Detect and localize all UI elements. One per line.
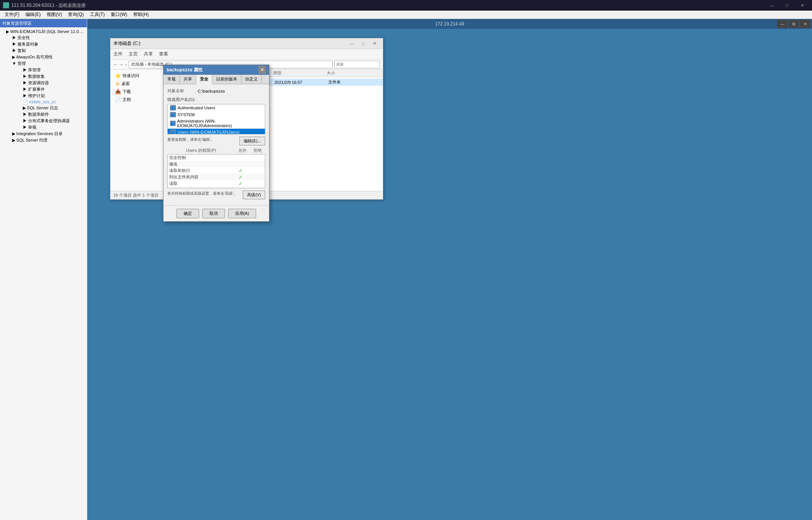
- tab-security[interactable]: 安全: [196, 75, 212, 84]
- tree-server-node[interactable]: ▶ WIN-EIOMJA7GJ0 (SQL Server 11.0.3000 -…: [2, 29, 85, 35]
- perm-4-allow: ✓: [233, 181, 248, 186]
- menu-edit[interactable]: 编辑(E): [22, 11, 44, 18]
- tree-db-mail[interactable]: ▶ 数据库邮件: [18, 111, 85, 118]
- fe-sidebar-quickaccess[interactable]: ⭐ 快速访问: [110, 72, 163, 80]
- quickaccess-icon: ⭐: [115, 73, 121, 79]
- props-title-bar: backupszss 属性 ×: [164, 65, 269, 75]
- remote-title-bar: 172.19.214.49 — ⧉ ✕: [87, 19, 812, 29]
- object-explorer-title: 对象资源管理器: [0, 19, 87, 27]
- file-explorer-title: 本地磁盘 (C:) — □ ✕: [110, 38, 383, 49]
- fe-up-btn[interactable]: ↑: [125, 62, 127, 67]
- perm-full-control: 完全控制: [168, 154, 265, 161]
- menu-help[interactable]: 帮助(H): [130, 11, 152, 18]
- fe-tab-view[interactable]: 查看: [159, 51, 168, 57]
- close-button[interactable]: ✕: [795, 0, 809, 11]
- fe-sidebar: ⭐ 快速访问 🖥 桌面 📥 下载 📄 文档: [110, 69, 164, 191]
- list-item-administrators[interactable]: 👥 Administrators (WIN-EIOMJA7GJ0\Adminis…: [168, 118, 265, 129]
- perms-deny-header: 拒绝: [250, 148, 265, 153]
- perm-5-allow: ✓: [233, 188, 248, 189]
- tree-data-collect[interactable]: ▶ 数据收集: [18, 73, 85, 80]
- fe-tab-file[interactable]: 文件: [113, 51, 123, 57]
- remote-desktop: 172.19.214.49 — ⧉ ✕ 本地磁盘 (C:) — □ ✕ 文件 主…: [87, 19, 812, 520]
- tree-indent: ▶ 安全性 ▶ 服务器对象 ▶ 复制 ▶ AlwaysOn 高可用性 ▼ 管理 …: [2, 35, 85, 143]
- ssms-left-panel: 对象资源管理器 ▶ WIN-EIOMJA7GJ0 (SQL Server 11.…: [0, 19, 87, 520]
- menu-tools[interactable]: 工具(T): [87, 11, 108, 18]
- menu-file[interactable]: 文件(F): [2, 11, 22, 18]
- user-icon-2: 👥: [170, 121, 176, 126]
- tree-estate[interactable]: 📄 estate_szs_zs: [18, 99, 85, 105]
- tree-maintenance[interactable]: ▶ 维护计划: [18, 93, 85, 99]
- perms-listbox[interactable]: 完全控制 修改 读取和执行 ✓: [167, 154, 265, 188]
- user-icon-0: 👥: [170, 105, 176, 110]
- adv-note: 有关特殊权限或高级设置，请单击'高级'。: [167, 191, 237, 195]
- fe-controls: — □ ✕: [346, 39, 380, 48]
- fe-maximize-btn[interactable]: □: [358, 39, 368, 48]
- perm-read: 读取 ✓: [168, 180, 265, 187]
- remote-close-btn[interactable]: ✕: [800, 20, 810, 28]
- remote-controls: — ⧉ ✕: [777, 20, 810, 28]
- tree-resource-ctrl[interactable]: ▶ 资源调控器: [18, 80, 85, 86]
- list-item-users[interactable]: 👥 Users (WIN-EIOMJA7GJ0\Users): [168, 129, 265, 134]
- desktop-icon: 🖥: [115, 81, 120, 87]
- title-bar-controls: — □ ✕: [765, 0, 809, 11]
- fe-forward-btn[interactable]: →: [119, 62, 123, 67]
- perms-allow-header: 允许: [235, 148, 250, 153]
- title-bar-title: 111.51.65.204:62011 - 远程桌面连接: [11, 2, 765, 9]
- edit-permissions-btn[interactable]: 编辑(E)...: [239, 137, 265, 145]
- props-tabs: 常规 共享 安全 以前的版本 自定义: [164, 75, 269, 84]
- maximize-button[interactable]: □: [780, 0, 794, 11]
- tree-lib-mgmt[interactable]: ▶ 库管理: [18, 67, 85, 73]
- tree-area: ▶ WIN-EIOMJA7GJ0 (SQL Server 11.0.3000 -…: [0, 27, 87, 145]
- title-bar: 111.51.65.204:62011 - 远程桌面连接 — □ ✕: [0, 0, 812, 11]
- list-item-authenticated[interactable]: 👥 Authenticated Users: [168, 104, 265, 111]
- ok-btn[interactable]: 确定: [176, 209, 199, 218]
- fe-search-input[interactable]: [334, 61, 380, 68]
- tree-management[interactable]: ▼ 管理: [8, 60, 85, 67]
- tree-security[interactable]: ▶ 安全性: [8, 35, 85, 41]
- fe-sidebar-documents[interactable]: 📄 文档: [110, 96, 163, 104]
- fe-back-btn[interactable]: ←: [113, 62, 118, 67]
- menu-view[interactable]: 视图(V): [44, 11, 65, 18]
- fe-sidebar-downloads[interactable]: 📥 下载: [110, 88, 163, 96]
- group-users-label: 组或用户名(G):: [167, 97, 265, 102]
- tree-audit[interactable]: ▶ 审视: [18, 124, 85, 131]
- tree-server-objects[interactable]: ▶ 服务器对象: [8, 41, 85, 47]
- cancel-btn[interactable]: 取消: [202, 209, 225, 218]
- tab-previous[interactable]: 以前的版本: [212, 75, 241, 84]
- apply-btn[interactable]: 应用(A): [228, 209, 257, 218]
- perm-2-allow: ✓: [233, 168, 248, 173]
- props-close-btn[interactable]: ×: [258, 66, 266, 74]
- fe-minimize-btn[interactable]: —: [346, 39, 357, 48]
- tab-custom[interactable]: 自定义: [241, 75, 262, 84]
- object-name-label: 对象名称: [167, 88, 198, 94]
- tree-sql-log[interactable]: ▶ SQL Server 日志: [18, 105, 85, 111]
- edit-note: 要更改权限，请单击'编辑'。: [167, 137, 214, 142]
- fe-sidebar-desktop[interactable]: 🖥 桌面: [110, 80, 163, 88]
- title-bar-icon: [3, 2, 9, 8]
- props-footer: 确定 取消 应用(A): [164, 205, 269, 221]
- tree-dts[interactable]: ▶ 分布式事务处理协调器: [18, 118, 85, 124]
- advanced-btn[interactable]: 高级(V): [243, 191, 265, 199]
- tree-ext-events[interactable]: ▶ 扩展事件: [18, 86, 85, 93]
- documents-icon: 📄: [115, 97, 121, 102]
- list-item-system[interactable]: 👥 SYSTEM: [168, 111, 265, 118]
- tab-share[interactable]: 共享: [180, 75, 196, 84]
- remote-minimize-btn[interactable]: —: [777, 20, 788, 28]
- fe-tab-home[interactable]: 主页: [129, 51, 138, 57]
- tree-alwayson[interactable]: ▶ AlwaysOn 高可用性: [8, 54, 85, 60]
- fe-close-btn[interactable]: ✕: [369, 39, 380, 48]
- tree-sql-agent[interactable]: ▶ SQL Server 代理: [8, 137, 85, 143]
- ssms-window: 文件(F) 编辑(E) 视图(V) 查询(Q) 工具(T) 窗口(W) 帮助(H…: [0, 11, 812, 520]
- menu-window[interactable]: 窗口(W): [108, 11, 130, 18]
- menu-query[interactable]: 查询(Q): [65, 11, 87, 18]
- perm-write: 写入 ✓: [168, 187, 265, 188]
- minimize-button[interactable]: —: [765, 0, 779, 11]
- users-listbox[interactable]: 👥 Authenticated Users 👥 SYSTEM 👥 Adminis…: [167, 104, 265, 134]
- user-icon-3: 👥: [170, 129, 176, 134]
- fe-tab-share[interactable]: 共享: [144, 51, 153, 57]
- tree-replication[interactable]: ▶ 复制: [8, 47, 85, 54]
- tab-general[interactable]: 常规: [164, 75, 180, 84]
- ssms-menubar: 文件(F) 编辑(E) 视图(V) 查询(Q) 工具(T) 窗口(W) 帮助(H…: [0, 11, 812, 19]
- remote-restore-btn[interactable]: ⧉: [788, 20, 799, 28]
- tree-integration[interactable]: ▶ Integration Services 目录: [8, 131, 85, 137]
